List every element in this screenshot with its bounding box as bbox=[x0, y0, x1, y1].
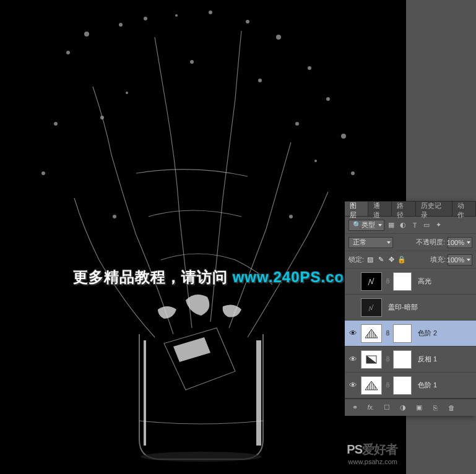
add-mask-icon[interactable]: ☐ bbox=[382, 403, 392, 413]
svg-point-5 bbox=[175, 14, 178, 17]
adjustment-thumb[interactable] bbox=[361, 376, 382, 395]
watermark-logo: PS爱好者 bbox=[347, 441, 397, 458]
svg-point-17 bbox=[190, 60, 194, 64]
link-layers-icon[interactable]: ⚭ bbox=[350, 403, 360, 413]
svg-point-18 bbox=[258, 79, 262, 82]
watermark-logo-ps: PS bbox=[347, 442, 362, 456]
mask-link-icon[interactable]: 𝟠 bbox=[384, 277, 391, 285]
filter-smart-icon[interactable]: ✦ bbox=[434, 221, 443, 230]
eye-icon[interactable]: 👁 bbox=[347, 355, 358, 364]
svg-point-22 bbox=[289, 215, 293, 218]
svg-point-15 bbox=[100, 116, 104, 119]
layer-filter-dropdown[interactable]: 🔍 类型 bbox=[348, 220, 384, 231]
search-icon: 🔍 bbox=[353, 221, 360, 229]
layer-row-selected[interactable]: 👁 𝟠 色阶 2 bbox=[345, 321, 476, 347]
opacity-input[interactable]: 100% bbox=[448, 237, 472, 248]
add-adjustment-icon[interactable]: ◑ bbox=[398, 403, 408, 413]
layer-list: 𝟠 高光 盖印-暗部 👁 𝟠 色阶 2 bbox=[345, 269, 476, 399]
filter-pixel-icon[interactable]: ▦ bbox=[387, 221, 396, 230]
svg-point-19 bbox=[295, 122, 299, 126]
filter-icons: ▦ ◐ T ▭ ✦ bbox=[387, 221, 443, 230]
svg-point-0 bbox=[141, 452, 262, 462]
svg-point-12 bbox=[351, 171, 355, 175]
lock-image-icon[interactable]: ✎ bbox=[376, 256, 385, 264]
layer-mask-thumb[interactable] bbox=[393, 324, 412, 343]
svg-point-7 bbox=[246, 20, 249, 24]
filter-text-icon[interactable]: T bbox=[410, 221, 419, 230]
svg-point-8 bbox=[276, 35, 281, 40]
fill-label: 填充: bbox=[430, 255, 446, 264]
watermark: PS爱好者 www.psahz.com bbox=[347, 441, 397, 465]
layer-filter-row: 🔍 类型 ▦ ◐ T ▭ ✦ bbox=[345, 217, 476, 234]
layer-row[interactable]: 👁 𝟠 反相 1 bbox=[345, 347, 476, 373]
layer-row[interactable]: 𝟠 高光 bbox=[345, 269, 476, 295]
tab-layers[interactable]: 图层 bbox=[345, 202, 368, 216]
layer-name[interactable]: 反相 1 bbox=[414, 355, 474, 364]
watermark-url: www.psahz.com bbox=[347, 458, 397, 465]
filter-adjustment-icon[interactable]: ◐ bbox=[399, 221, 407, 230]
blend-mode-value: 正常 bbox=[353, 238, 366, 247]
svg-point-6 bbox=[209, 11, 212, 14]
layer-row[interactable]: 盖印-暗部 bbox=[345, 295, 476, 321]
tab-channels[interactable]: 通道 bbox=[368, 202, 392, 216]
adjustment-thumb[interactable] bbox=[361, 324, 382, 343]
tab-actions[interactable]: 动作 bbox=[452, 202, 476, 216]
lock-all-icon[interactable]: 🔒 bbox=[397, 256, 406, 264]
canvas-area: 更多精品教程，请访问 www.240PS.com PS爱好者 www.psahz… bbox=[0, 0, 476, 474]
lock-label: 锁定: bbox=[348, 255, 364, 264]
mask-link-icon[interactable]: 𝟠 bbox=[384, 381, 391, 389]
tutorial-overlay-text: 更多精品教程，请访问 www.240PS.com bbox=[73, 267, 358, 287]
svg-point-13 bbox=[54, 122, 58, 126]
svg-point-16 bbox=[126, 92, 128, 94]
layer-name[interactable]: 盖印-暗部 bbox=[384, 303, 474, 312]
tab-paths[interactable]: 路径 bbox=[392, 202, 415, 216]
layer-row[interactable]: 👁 𝟠 色阶 1 bbox=[345, 373, 476, 399]
blend-mode-dropdown[interactable]: 正常 bbox=[348, 237, 393, 248]
layer-name[interactable]: 高光 bbox=[414, 277, 474, 286]
layer-thumb[interactable] bbox=[361, 298, 382, 317]
svg-point-14 bbox=[41, 171, 45, 175]
layer-mask-thumb[interactable] bbox=[393, 376, 412, 395]
lock-position-icon[interactable]: ✥ bbox=[387, 256, 396, 264]
new-group-icon[interactable]: ▣ bbox=[414, 403, 424, 413]
layer-mask-thumb[interactable] bbox=[393, 272, 412, 291]
mask-link-icon[interactable]: 𝟠 bbox=[384, 329, 391, 337]
delete-layer-icon[interactable]: 🗑 bbox=[446, 403, 456, 413]
overlay-text-white: 更多精品教程，请访问 bbox=[73, 269, 233, 285]
tab-history[interactable]: 历史记录 bbox=[416, 202, 452, 216]
eye-icon[interactable]: 👁 bbox=[347, 381, 358, 390]
svg-point-20 bbox=[314, 160, 317, 162]
fill-value: 100% bbox=[447, 256, 464, 264]
svg-point-1 bbox=[66, 51, 70, 54]
layers-panel: 图层 通道 路径 历史记录 动作 🔍 类型 ▦ ◐ T ▭ ✦ 正常 bbox=[345, 201, 476, 416]
blend-opacity-row: 正常 不透明度: 100% bbox=[345, 234, 476, 251]
layer-mask-thumb[interactable] bbox=[393, 350, 412, 369]
svg-point-9 bbox=[308, 66, 311, 70]
mask-link-icon[interactable]: 𝟠 bbox=[384, 355, 391, 363]
adjustment-thumb[interactable] bbox=[361, 350, 382, 369]
layer-name[interactable]: 色阶 1 bbox=[414, 381, 474, 390]
opacity-value: 100% bbox=[447, 239, 464, 246]
panel-tabs: 图层 通道 路径 历史记录 动作 bbox=[345, 202, 476, 217]
svg-point-10 bbox=[326, 97, 330, 101]
filter-type-label: 类型 bbox=[361, 220, 375, 230]
svg-point-11 bbox=[341, 134, 346, 139]
lock-transparent-icon[interactable]: ▨ bbox=[366, 256, 374, 264]
svg-point-3 bbox=[119, 23, 123, 27]
new-layer-icon[interactable]: ⎘ bbox=[430, 403, 440, 413]
opacity-label: 不透明度: bbox=[416, 238, 445, 247]
filter-shape-icon[interactable]: ▭ bbox=[422, 221, 431, 230]
watermark-logo-text: 爱好者 bbox=[362, 442, 397, 456]
layer-thumb[interactable] bbox=[361, 272, 382, 291]
layer-style-icon[interactable]: fx. bbox=[366, 403, 376, 413]
svg-point-21 bbox=[113, 215, 116, 218]
lock-fill-row: 锁定: ▨ ✎ ✥ 🔒 填充: 100% bbox=[345, 251, 476, 269]
eye-icon[interactable]: 👁 bbox=[347, 329, 358, 338]
svg-point-2 bbox=[84, 32, 89, 37]
panel-bottom-bar: ⚭ fx. ☐ ◑ ▣ ⎘ 🗑 bbox=[345, 399, 476, 416]
layer-name[interactable]: 色阶 2 bbox=[414, 329, 474, 338]
overlay-text-url: www.240PS.com bbox=[233, 269, 358, 285]
svg-point-4 bbox=[144, 17, 147, 20]
fill-input[interactable]: 100% bbox=[448, 254, 472, 265]
